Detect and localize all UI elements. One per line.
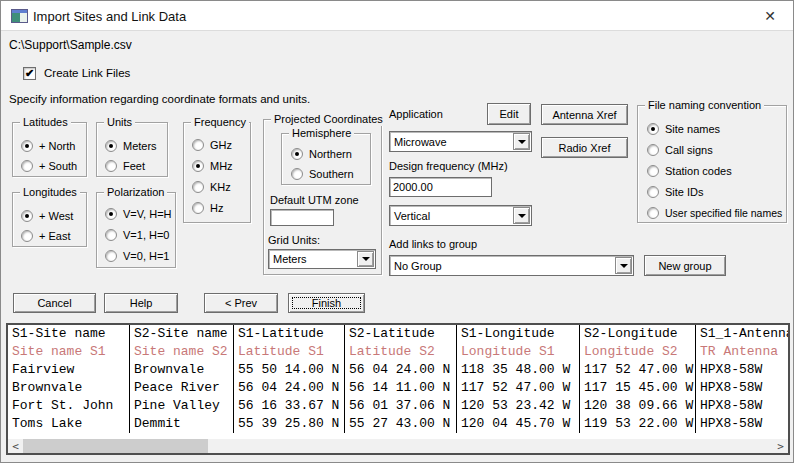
radio-hemisphere-northern[interactable]: Northern: [282, 144, 370, 164]
table-cell: Pine Valley: [130, 397, 234, 415]
latitudes-group: Latitudes + North + South: [12, 122, 87, 177]
table-row: Fairview Brownvale 55 50 14.00 N 56 04 2…: [8, 361, 788, 379]
utm-zone-label: Default UTM zone: [270, 194, 359, 206]
table-cell: HPX8-58W: [696, 415, 788, 433]
scroll-right-icon[interactable]: >: [773, 439, 788, 453]
radio-icon: [105, 229, 117, 241]
radio-icon: [192, 202, 204, 214]
table-cell: 55 27 43.00 N: [345, 415, 457, 433]
radio-label: Site IDs: [665, 186, 704, 198]
units-group-label: Units: [104, 115, 135, 129]
create-link-files-checkbox[interactable]: ✔ Create Link Files: [23, 64, 130, 82]
polarization-value: Vertical: [394, 206, 430, 225]
radio-pol-v1h0[interactable]: V=1, H=0: [97, 224, 175, 245]
radio-icon: [647, 186, 659, 198]
table-field-cell: Site name S2: [130, 343, 234, 361]
radio-icon: [647, 207, 659, 219]
radio-label: V=0, H=1: [123, 250, 169, 262]
close-icon[interactable]: ✕: [757, 4, 783, 28]
help-button[interactable]: Help: [104, 293, 178, 313]
grid-units-value: Meters: [273, 250, 307, 268]
title-bar: Import Sites and Link Data ✕: [1, 1, 793, 31]
application-label: Application: [389, 108, 443, 120]
radio-units-meters[interactable]: Meters: [97, 136, 167, 156]
radio-hemisphere-southern[interactable]: Southern: [282, 164, 370, 184]
table-cell: 56 04 24.00 N: [345, 361, 457, 379]
prev-button[interactable]: < Prev: [204, 293, 278, 313]
hemisphere-group-label: Hemisphere: [289, 126, 354, 140]
table-cell: Fort St. John: [8, 397, 130, 415]
scrollbar-thumb[interactable]: [23, 439, 208, 453]
radio-icon: [192, 139, 204, 151]
longitudes-group-label: Longitudes: [20, 185, 80, 199]
finish-button[interactable]: Finish: [288, 293, 365, 313]
latitudes-group-label: Latitudes: [20, 115, 71, 129]
radio-xref-button[interactable]: Radio Xref: [541, 137, 628, 158]
table-header-row: S1-Site name S2-Site name S1-Latitude S2…: [8, 325, 788, 343]
link-group-select[interactable]: No Group: [389, 255, 634, 276]
utm-zone-input[interactable]: [270, 209, 334, 226]
file-naming-group: File naming convention Site names Call s…: [637, 105, 787, 223]
radio-long-east[interactable]: + East: [13, 226, 86, 246]
radio-icon: [647, 165, 659, 177]
table-row: Brownvale Peace River 56 04 24.00 N 56 1…: [8, 379, 788, 397]
radio-icon: [21, 140, 33, 152]
radio-freq-khz[interactable]: KHz: [184, 176, 250, 197]
design-frequency-input[interactable]: [389, 177, 492, 197]
checkbox-label: Create Link Files: [44, 67, 130, 79]
radio-pol-v0h1[interactable]: V=0, H=1: [97, 245, 175, 266]
radio-freq-ghz[interactable]: GHz: [184, 134, 250, 155]
horizontal-scrollbar[interactable]: < >: [8, 439, 788, 453]
cancel-button[interactable]: Cancel: [13, 293, 96, 313]
import-sites-dialog: Import Sites and Link Data ✕ C:\Support\…: [0, 0, 794, 463]
hemisphere-group: Hemisphere Northern Southern: [281, 133, 371, 185]
table-cell: Peace River: [130, 379, 234, 397]
radio-freq-mhz[interactable]: MHz: [184, 155, 250, 176]
table-cell: 55 39 25.80 N: [234, 415, 345, 433]
table-header-cell: S2-Site name: [130, 325, 234, 343]
table-cell: HPX8-58W: [696, 397, 788, 415]
chevron-down-icon[interactable]: [513, 133, 530, 150]
radio-icon: [647, 123, 659, 135]
table-field-cell: Longitude S2: [580, 343, 696, 361]
scroll-left-icon[interactable]: <: [8, 439, 23, 453]
radio-label: + West: [39, 210, 73, 222]
table-header-cell: S1-Longitude: [457, 325, 580, 343]
radio-label: MHz: [210, 160, 233, 172]
radio-naming-call-signs[interactable]: Call signs: [638, 139, 786, 160]
radio-label: + North: [39, 140, 75, 152]
radio-freq-hz[interactable]: Hz: [184, 197, 250, 218]
chevron-down-icon[interactable]: [513, 207, 530, 224]
grid-units-select[interactable]: Meters: [268, 249, 376, 269]
table-cell: 118 35 48.00 W: [457, 361, 580, 379]
radio-naming-site-ids[interactable]: Site IDs: [638, 181, 786, 202]
radio-pol-vvhh[interactable]: V=V, H=H: [97, 203, 175, 224]
radio-units-feet[interactable]: Feet: [97, 156, 167, 176]
frequency-group-label: Frequency: [191, 115, 249, 129]
radio-label: Hz: [210, 202, 223, 214]
table-header-cell: S1_1-Antenna: [696, 325, 788, 343]
radio-naming-site-names[interactable]: Site names: [638, 118, 786, 139]
radio-lat-south[interactable]: + South: [13, 156, 86, 176]
chevron-down-icon[interactable]: [357, 251, 374, 267]
antenna-xref-button[interactable]: Antenna Xref: [541, 104, 628, 125]
radio-naming-user-specified[interactable]: User specified file names: [638, 202, 786, 223]
radio-long-west[interactable]: + West: [13, 206, 86, 226]
radio-lat-north[interactable]: + North: [13, 136, 86, 156]
application-select[interactable]: Microwave: [389, 131, 532, 152]
radio-icon: [105, 208, 117, 220]
new-group-button[interactable]: New group: [644, 255, 726, 276]
table-header-cell: S2-Longitude: [580, 325, 696, 343]
radio-label: Meters: [123, 140, 157, 152]
radio-naming-station-codes[interactable]: Station codes: [638, 160, 786, 181]
edit-button[interactable]: Edit: [487, 103, 531, 125]
instruction-text: Specify information regarding coordinate…: [9, 93, 310, 105]
table-header-cell: S1-Site name: [8, 325, 130, 343]
table-cell: 56 04 24.00 N: [234, 379, 345, 397]
app-icon: [11, 9, 28, 23]
chevron-down-icon[interactable]: [615, 257, 632, 274]
radio-icon: [21, 230, 33, 242]
polarization-select[interactable]: Vertical: [389, 205, 532, 226]
design-frequency-label: Design frequency (MHz): [389, 160, 508, 172]
table-cell: HPX8-58W: [696, 379, 788, 397]
